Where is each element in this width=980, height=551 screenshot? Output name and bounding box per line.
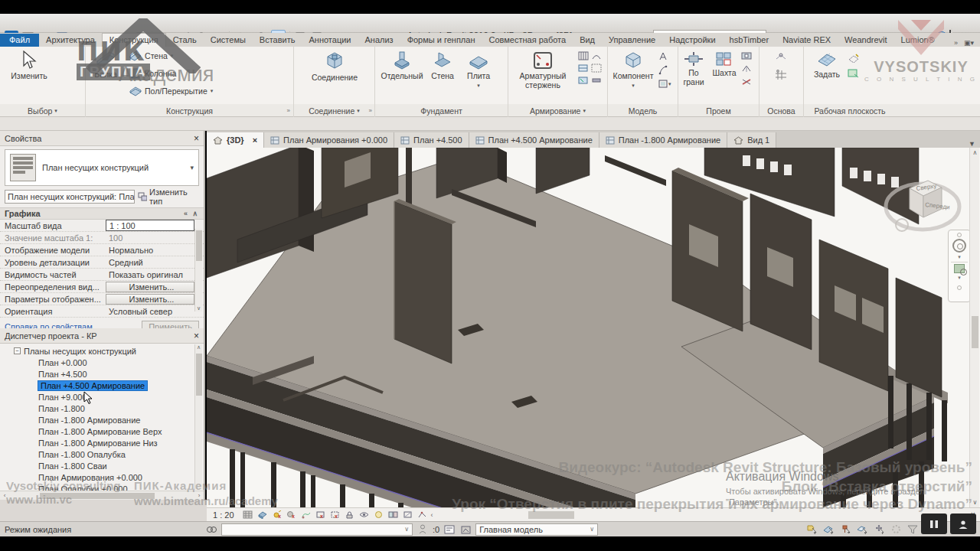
vertical-opening-icon[interactable] [741, 64, 752, 73]
design-options-icon[interactable] [443, 523, 456, 535]
show-workplane-icon[interactable] [848, 53, 860, 63]
reveal-hidden-icon[interactable] [373, 510, 384, 520]
browser-close-icon[interactable]: × [194, 331, 199, 341]
type-selector[interactable]: План несущих конструкций ▾ [5, 149, 199, 186]
video-pause-button[interactable] [921, 514, 947, 534]
tree-item[interactable]: План -1.800 Опалубка [38, 448, 204, 460]
tab-insert[interactable]: Вставить [253, 34, 302, 47]
render-icon[interactable] [300, 510, 312, 520]
caption-connection[interactable]: Соединение▾» [294, 104, 375, 117]
type-combo[interactable]: План несущих конструкций: План +∨ [5, 190, 135, 204]
caption-model[interactable]: Модель [608, 104, 678, 117]
editing-requests-icon[interactable] [416, 523, 429, 535]
ribbon-collapse-icon[interactable]: ▣▾ [964, 39, 974, 47]
prop-row-detail-level[interactable]: Уровень детализацииСредний [0, 256, 204, 269]
slab-foundation-button[interactable]: Плита▾ [461, 48, 496, 102]
isolated-foundation-button[interactable]: Отдельный [380, 47, 424, 100]
properties-header[interactable]: Свойства × [0, 131, 204, 146]
model-line-icon[interactable] [658, 65, 668, 75]
worksets-icon[interactable] [205, 523, 217, 535]
tree-item[interactable]: План +9.000 [38, 391, 204, 403]
scale-control[interactable]: 1 : 20 [213, 510, 234, 520]
tab-naviate-rex[interactable]: Naviate REX [776, 34, 838, 47]
tree-item[interactable]: План -1.800 Сваи [38, 460, 204, 471]
tree-item[interactable]: План -1.800 Армирование [38, 414, 204, 425]
view-tab-plan-4500[interactable]: План +4.500 [394, 132, 469, 148]
crop-region-icon[interactable]: x [329, 510, 341, 520]
tab-architecture[interactable]: Архитектура [39, 34, 102, 47]
caption-opening[interactable]: Проем [678, 104, 760, 117]
view-tab-plan-arm-0[interactable]: План Армирования +0.000 [264, 132, 394, 148]
model-group-icon[interactable] [658, 79, 668, 89]
main-model-icon[interactable] [459, 523, 472, 535]
tree-item[interactable]: План -1.800 Армирование Верх [38, 425, 204, 437]
tab-view[interactable]: Вид [573, 34, 602, 47]
type-selector-caret[interactable]: ▾ [190, 164, 194, 171]
properties-close-icon[interactable]: × [194, 133, 199, 144]
tab-collaborate[interactable]: Совместная работа [482, 34, 573, 47]
browser-scrollbar[interactable]: ∧ [194, 344, 202, 490]
tab-structure[interactable]: Конструкция [102, 33, 166, 47]
tab-lumion[interactable]: Lumion® [894, 34, 942, 47]
component-button[interactable]: Компонент▾ [611, 47, 655, 100]
tab-systems[interactable]: Системы [204, 34, 253, 47]
modify-button[interactable]: Изменить [6, 47, 52, 100]
tree-item[interactable]: План +0.000 [38, 357, 204, 368]
temporary-hide-icon[interactable] [358, 510, 370, 520]
zoom-icon[interactable] [954, 264, 965, 273]
properties-scrollbar[interactable]: ∨ [194, 229, 202, 311]
drawing-canvas[interactable] [207, 148, 980, 507]
prop-row-scale[interactable]: Масштаб вида1 : 100 [0, 220, 204, 232]
worksharing-display-icon[interactable] [387, 510, 399, 520]
rebar-coupler-icon[interactable] [591, 76, 602, 85]
shadows-icon[interactable]: x [286, 510, 297, 520]
fabric-area-icon[interactable] [578, 64, 589, 73]
background-processes-icon[interactable] [890, 523, 902, 535]
video-user-button[interactable] [950, 514, 976, 534]
model-text-icon[interactable] [658, 51, 668, 61]
select-by-face-toggle-icon[interactable] [856, 523, 868, 535]
canvas-vscrollbar[interactable]: ∧ ∨ [969, 148, 979, 507]
edit-type-button[interactable]: Изменить тип [138, 187, 199, 206]
constraints-icon[interactable] [402, 510, 413, 520]
connection-button[interactable]: Соединение [300, 47, 369, 100]
caption-workplane[interactable]: Рабочая плоскость [804, 104, 896, 117]
fabric-sheet-icon[interactable] [591, 64, 602, 73]
sun-path-icon[interactable]: x [271, 510, 283, 520]
rebar-path-icon[interactable] [591, 51, 602, 60]
design-option-select[interactable]: Главная модель∨ [475, 523, 598, 536]
tab-annotate[interactable]: Аннотации [302, 34, 358, 47]
detail-level-icon[interactable] [242, 510, 253, 520]
level-icon[interactable] [775, 53, 787, 64]
tree-item-selected[interactable]: План +4.500 Армирование [38, 380, 204, 391]
select-underlay-toggle-icon[interactable] [822, 523, 835, 535]
crop-view-icon[interactable]: x [315, 510, 326, 520]
browser-header[interactable]: Диспетчер проекта - КР × [0, 328, 204, 344]
wheel-caret[interactable]: ▾ [958, 254, 961, 260]
workplane-viewer-icon[interactable] [848, 68, 860, 78]
zoom-caret[interactable]: ▾ [958, 275, 961, 281]
steering-wheel-icon[interactable] [952, 239, 966, 253]
tree-item[interactable]: План +4.500 [38, 368, 204, 380]
tab-massing-site[interactable]: Формы и генплан [400, 34, 482, 47]
cover-icon[interactable] [578, 76, 589, 85]
beam-button[interactable]: Балка [89, 47, 122, 100]
caption-select[interactable]: Выбор▾ [0, 104, 86, 117]
shaft-opening-button[interactable]: Шахта [710, 47, 739, 100]
rebar-area-icon[interactable] [578, 51, 589, 60]
view-tab-vid1[interactable]: Вид 1 [727, 132, 776, 148]
prop-row-display-options[interactable]: Параметры отображен...Изменить... [0, 293, 204, 305]
tab-weandrevit[interactable]: Weandrevit [838, 34, 893, 47]
close-view-icon[interactable]: × [253, 135, 257, 145]
rebar-button[interactable]: Арматурный стержень [510, 47, 576, 100]
drag-on-selection-toggle-icon[interactable] [873, 523, 885, 535]
3d-lock-icon[interactable] [344, 510, 355, 520]
visual-style-icon[interactable] [256, 510, 268, 520]
tab-addins[interactable]: Надстройки [662, 34, 722, 47]
tab-file[interactable]: Файл [0, 34, 39, 47]
caption-structure[interactable]: Конструкция» [86, 104, 294, 117]
prop-row-display-model[interactable]: Отображение моделиНормально [0, 244, 204, 256]
tab-hsbtimber[interactable]: hsbTimber [723, 34, 776, 47]
tab-analyze[interactable]: Анализ [358, 34, 400, 47]
dormer-opening-icon[interactable] [741, 77, 752, 86]
